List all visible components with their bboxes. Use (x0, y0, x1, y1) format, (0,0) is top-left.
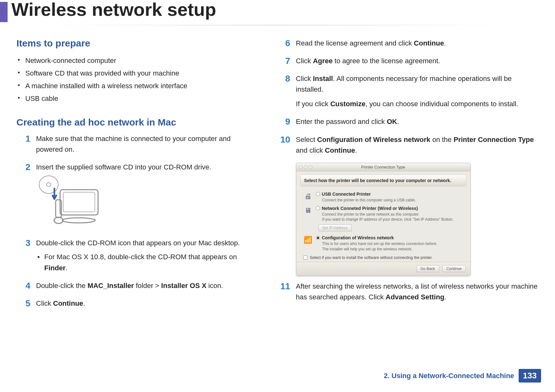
text: to agree to the license agreement. (333, 57, 440, 65)
step-2: 2 Insert the supplied software CD into y… (16, 162, 259, 231)
step-number: 11 (276, 281, 290, 291)
step-number: 7 (276, 56, 290, 65)
continue-button[interactable]: Continue (442, 265, 466, 272)
text: Select (296, 136, 317, 144)
bold: Continue (53, 299, 83, 307)
chapter-label: 2. Using a Network-Connected Machine (384, 372, 514, 380)
step-number: 1 (16, 133, 30, 143)
step-number: 5 (16, 298, 30, 308)
items-bullets: Network-connected computer Software CD t… (16, 54, 259, 105)
step-number: 8 (276, 73, 290, 83)
page-footer: 2. Using a Network-Connected Machine 133 (384, 369, 541, 383)
step-1: 1 Make sure that the machine is connecte… (16, 133, 259, 155)
bold: Continue (414, 39, 444, 47)
text: Enter the password and click (296, 118, 387, 126)
option-desc: Connect the printer to the same network … (322, 212, 465, 222)
step-text: Double-click the CD-ROM icon that appear… (36, 238, 259, 273)
header: Wireless network setup (0, 0, 555, 22)
text: For Mac OS X 10.8, double-click the CD-R… (44, 253, 237, 261)
step-text-span: Insert the supplied software CD into you… (36, 163, 211, 171)
step-text: Make sure that the machine is connected … (36, 133, 259, 155)
step-text: Click Continue. (36, 298, 259, 309)
dialog-footer: Go Back Continue (296, 262, 470, 276)
text: . (444, 39, 446, 47)
text: . (355, 146, 357, 154)
option-wireless[interactable]: 📶 Configuration of Wireless network This… (296, 233, 470, 253)
step-text: After searching the wireless networks, a… (296, 281, 539, 303)
radio-wireless[interactable] (316, 236, 320, 240)
option-label: USB Connected Printer (322, 192, 371, 197)
dialog-title: Printer Connection Type (296, 165, 470, 169)
step-7: 7 Click Agree to agree to the license ag… (276, 56, 539, 66)
bold: Configuration of Wireless network (317, 136, 430, 144)
step-text: Read the license agreement and click Con… (296, 38, 539, 49)
text: If you click (296, 100, 330, 108)
option-body: USB Connected Printer Connect the printe… (316, 192, 465, 203)
text: and click (296, 146, 325, 154)
list-item: USB cable (16, 92, 259, 105)
option-desc: This is for users who have not set up th… (322, 241, 465, 251)
text: folder > (134, 282, 161, 290)
option-label: Configuration of Wireless network (322, 235, 394, 240)
radio-network[interactable] (316, 206, 320, 210)
page-title: Wireless network setup (11, 0, 216, 19)
text: Read the license agreement and click (296, 39, 414, 47)
step-text: Click Agree to agree to the license agre… (296, 56, 539, 66)
dialog-banner: Select how the printer will be connected… (300, 175, 466, 187)
bold: OK (387, 118, 397, 126)
left-column: Items to prepare Network-connected compu… (16, 38, 259, 316)
step-3: 3 Double-click the CD-ROM icon that appe… (16, 238, 259, 273)
text: . (397, 118, 399, 126)
option-usb[interactable]: 🖨 USB Connected Printer Connect the prin… (296, 190, 470, 204)
step-number: 10 (276, 134, 290, 144)
step-number: 2 (16, 162, 30, 172)
step-text: Insert the supplied software CD into you… (36, 162, 259, 231)
option-head: Network Conneted Printer (Wired or Wirel… (316, 206, 465, 211)
step-9: 9 Enter the password and click OK. (276, 116, 539, 127)
cd-insert-icon (36, 175, 102, 225)
bold: Continue (325, 146, 355, 154)
step-number: 4 (16, 280, 30, 290)
text: icon. (207, 282, 223, 290)
step-6: 6 Read the license agreement and click C… (276, 38, 539, 49)
items-heading: Items to prepare (16, 38, 259, 49)
option-head: USB Connected Printer (316, 192, 465, 197)
step-text: Select Configuration of Wireless network… (296, 134, 539, 156)
option-desc: Connect the printer to this computer usi… (322, 198, 465, 203)
text: Click (296, 57, 313, 65)
wifi-icon: 📶 (303, 235, 313, 244)
dialog-printer-connection-type: Printer Connection Type Select how the p… (296, 163, 471, 276)
set-ip-address-button[interactable]: Set IP Address (318, 224, 352, 231)
option-network[interactable]: 🖥 Network Conneted Printer (Wired or Wir… (296, 204, 470, 223)
radio-usb[interactable] (316, 192, 320, 196)
list-item: A machine installed with a wireless netw… (16, 80, 259, 92)
text: . (444, 293, 446, 301)
bold: Customize (330, 100, 365, 108)
text: . (83, 299, 85, 307)
svg-point-6 (62, 218, 95, 223)
accent-block (0, 2, 8, 22)
step-8: 8 Click Install. All components necessar… (276, 73, 539, 109)
option-body: Configuration of Wireless network This i… (316, 235, 465, 251)
svg-rect-3 (63, 192, 95, 212)
option-body: Network Conneted Printer (Wired or Wirel… (316, 206, 465, 222)
text: Double-click the (36, 282, 88, 290)
go-back-button[interactable]: Go Back (416, 265, 439, 272)
install-without-printer-checkbox-row: Select if you want to install the softwa… (296, 253, 470, 262)
step-para: If you click Customize, you can choose i… (296, 99, 539, 109)
step-11: 11 After searching the wireless networks… (276, 281, 539, 303)
network-icon: 🖥 (303, 206, 313, 215)
step-number: 9 (276, 116, 290, 126)
ip-button-row: Set IP Address (318, 224, 470, 231)
bold: Advanced Setting (385, 293, 444, 301)
svg-point-0 (39, 176, 58, 193)
cd-illustration (36, 175, 259, 228)
bold: Agree (313, 57, 332, 65)
step-10: 10 Select Configuration of Wireless netw… (276, 134, 539, 156)
header-divider (13, 25, 542, 26)
step-5: 5 Click Continue. (16, 298, 259, 309)
text: , you can choose individual components t… (366, 100, 518, 108)
list-item: Network-connected computer (16, 54, 259, 67)
checkbox-label: Select if you want to install the softwa… (310, 255, 433, 260)
checkbox[interactable] (303, 255, 307, 260)
